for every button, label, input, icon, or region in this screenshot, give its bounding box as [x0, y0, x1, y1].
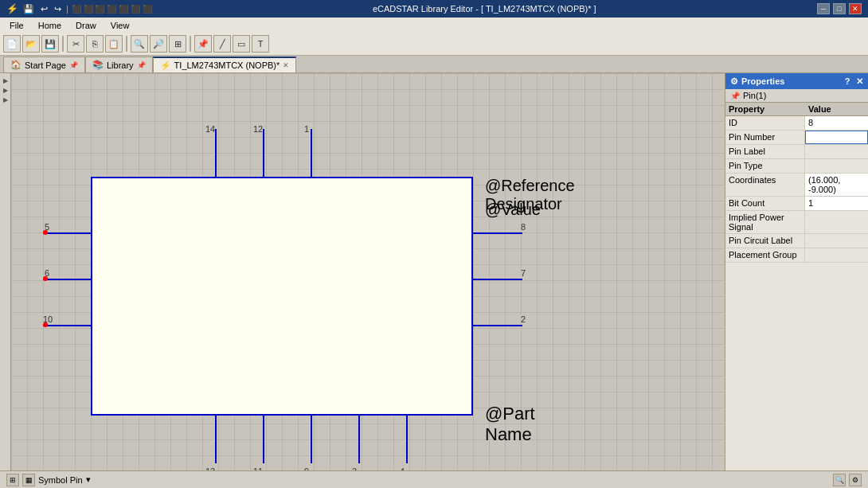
pin-bottom-11: [263, 416, 264, 463]
tb-copy[interactable]: ⎘: [86, 35, 104, 53]
title-bar: ⚡ 💾 ↩ ↪ | ⬛ ⬛ ⬛ ⬛ ⬛ ⬛ ⬛ eCADSTAR Library…: [0, 0, 868, 18]
minimize-btn[interactable]: ─: [817, 3, 830, 14]
tab-start-icon: 🏠: [10, 60, 22, 70]
pin-top-14: [215, 129, 217, 178]
tab-library-label: Library: [107, 61, 134, 70]
tb-sep3: [190, 36, 191, 52]
tabs-area: 🏠 Start Page 📌 📚 Library 📌 ⚡ TI_LM2743MT…: [0, 56, 868, 73]
prop-value-8: [805, 248, 868, 262]
tb-sep2: [126, 36, 127, 52]
pin-right-7: [473, 279, 522, 280]
properties-close[interactable]: ✕: [856, 76, 863, 87]
help-icon[interactable]: ?: [842, 76, 853, 87]
pin-label: Pin(1): [743, 91, 766, 100]
tb-new[interactable]: 📄: [3, 35, 21, 53]
maximize-btn[interactable]: □: [833, 3, 846, 14]
pin-label-bottom-9: 9: [304, 467, 309, 470]
icon-bar: 📄 📂 💾 ✂ ⎘ 📋 🔍 🔎 ⊞ 📌 ╱ ▭ T: [0, 33, 868, 55]
menu-draw[interactable]: Draw: [69, 19, 103, 32]
left-sidebar-arrow-mid[interactable]: ▶: [2, 86, 10, 94]
prop-row-5: Bit Count1: [725, 197, 868, 211]
menu-home[interactable]: Home: [32, 19, 68, 32]
tb-save[interactable]: 💾: [41, 35, 59, 53]
status-grid-btn[interactable]: ⊞: [6, 474, 19, 486]
status-layers-btn[interactable]: ▦: [22, 474, 35, 486]
tab-library-icon: 📚: [92, 60, 104, 70]
prop-name-4: Coordinates: [725, 174, 805, 196]
pin-right-2: [473, 325, 522, 326]
tb-zoom-in[interactable]: 🔍: [131, 35, 148, 53]
status-right: 🔍 ⚙: [833, 474, 862, 486]
canvas-grid: @Reference Designator @Value @Part Name …: [11, 73, 725, 470]
tab-start-pin: 📌: [69, 61, 78, 69]
pin-left-6: [43, 279, 92, 280]
undo-btn[interactable]: ↩: [39, 4, 49, 14]
title-bar-controls: ─ □ ✕: [817, 3, 862, 14]
tb-cut[interactable]: ✂: [67, 35, 84, 53]
prop-name-6: Implied Power Signal: [725, 211, 805, 233]
menu-view[interactable]: View: [104, 19, 136, 32]
pin-label-bottom-3: 3: [352, 467, 357, 470]
pin-right-8: [473, 232, 522, 234]
prop-name-0: ID: [725, 116, 805, 130]
main-area: ▶ ▶ ▶ @Reference Designator @Value @Part…: [0, 73, 868, 470]
status-dropdown-arrow[interactable]: ▾: [86, 474, 91, 485]
prop-name-5: Bit Count: [725, 197, 805, 210]
properties-panel: ⚙ Properties ? ✕ 📌 Pin(1) Property Value…: [725, 73, 868, 470]
tab-component[interactable]: ⚡ TI_LM2743MTCX (NOPB)* ✕: [153, 57, 297, 72]
app-icon: ⚡: [6, 3, 18, 14]
prop-row-3: Pin Type: [725, 159, 868, 174]
status-settings-btn[interactable]: ⚙: [849, 474, 862, 486]
prop-row-4: Coordinates(16.000, -9.000): [725, 174, 868, 197]
redo-btn[interactable]: ↪: [53, 4, 63, 14]
pin-dot-5: [43, 230, 48, 235]
menu-file[interactable]: File: [3, 19, 30, 32]
prop-name-2: Pin Label: [725, 145, 805, 158]
pin-top-12: [263, 129, 264, 178]
ic-body: [91, 177, 473, 416]
prop-row-2: Pin Label: [725, 145, 868, 159]
pin-bottom-3: [358, 416, 360, 463]
properties-title: Properties: [741, 76, 784, 86]
pin-left-5: [43, 232, 92, 234]
pin-icon: 📌: [730, 92, 740, 100]
prop-row-1: Pin Number: [725, 131, 868, 145]
prop-value-0: 8: [805, 116, 868, 130]
pin-label-top-12: 12: [253, 124, 263, 134]
left-sidebar-arrow-top[interactable]: ▶: [2, 76, 10, 84]
pin-label-top-14: 14: [205, 124, 215, 134]
status-symbol-pin: Symbol Pin: [38, 475, 83, 485]
tb-open[interactable]: 📂: [22, 35, 40, 53]
tab-library[interactable]: 📚 Library 📌: [85, 57, 153, 72]
menu-bar: File Home Draw View: [0, 18, 868, 33]
tab-start[interactable]: 🏠 Start Page 📌: [3, 57, 85, 72]
pin-bottom-9: [311, 416, 312, 463]
tb-sep1: [62, 36, 64, 52]
prop-row-6: Implied Power Signal: [725, 211, 868, 234]
tb-rect[interactable]: ▭: [233, 35, 250, 53]
quick-save[interactable]: 💾: [22, 4, 36, 14]
prop-value-1[interactable]: [805, 131, 868, 144]
prop-value-5: 1: [805, 197, 868, 210]
prop-value-7: [805, 234, 868, 248]
tab-component-close[interactable]: ✕: [283, 61, 289, 69]
prop-row-7: Pin Circuit Label: [725, 234, 868, 248]
canvas-area[interactable]: @Reference Designator @Value @Part Name …: [11, 73, 725, 470]
tb-pin[interactable]: 📌: [194, 35, 212, 53]
pin-dot-6: [43, 276, 48, 281]
prop-name-1: Pin Number: [725, 131, 805, 144]
prop-col-value: Value: [808, 104, 831, 114]
prop-row-8: Placement Group: [725, 248, 868, 263]
left-sidebar-arrow-bot[interactable]: ▶: [2, 96, 10, 103]
pin-bottom-4: [406, 416, 408, 463]
status-left: ⊞ ▦ Symbol Pin ▾: [6, 474, 91, 486]
tb-text[interactable]: T: [252, 35, 269, 53]
tb-paste[interactable]: 📋: [105, 35, 123, 53]
close-btn[interactable]: ✕: [849, 3, 862, 14]
prop-table-header: Property Value: [725, 103, 868, 116]
pin-top-1: [311, 129, 312, 178]
status-zoom-btn[interactable]: 🔍: [833, 474, 846, 486]
tb-line[interactable]: ╱: [213, 35, 231, 53]
tb-zoom-out[interactable]: 🔎: [150, 35, 167, 53]
tb-fit[interactable]: ⊞: [169, 35, 186, 53]
